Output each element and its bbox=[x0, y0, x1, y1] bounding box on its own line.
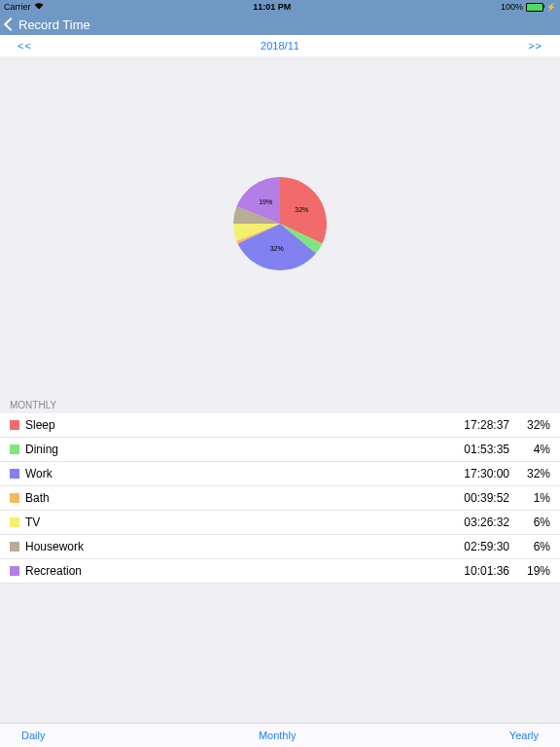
row-name: Recreation bbox=[25, 564, 451, 578]
row-pct: 32% bbox=[509, 418, 550, 432]
section-title: MONTHLY bbox=[10, 400, 56, 410]
pie-chart: 32%32%19% bbox=[227, 170, 333, 277]
list-item[interactable]: Dining01:53:354% bbox=[0, 438, 560, 462]
tab-monthly[interactable]: Monthly bbox=[259, 729, 297, 741]
row-pct: 4% bbox=[509, 443, 550, 456]
chevron-left-icon bbox=[4, 18, 18, 31]
row-time: 02:59:30 bbox=[451, 540, 509, 553]
row-name: Sleep bbox=[25, 418, 451, 432]
list-item[interactable]: Work17:30:0032% bbox=[0, 462, 560, 486]
row-pct: 1% bbox=[509, 491, 550, 505]
color-swatch bbox=[10, 517, 19, 527]
back-label: Record Time bbox=[18, 18, 90, 32]
date-title: 2018/11 bbox=[261, 40, 299, 52]
list-item[interactable]: Sleep17:28:3732% bbox=[0, 413, 560, 438]
row-name: Work bbox=[25, 467, 451, 480]
row-name: Dining bbox=[25, 443, 451, 456]
list-item[interactable]: Housework02:59:306% bbox=[0, 535, 560, 559]
status-bar: Carrier 11:01 PM 100% ⚡ bbox=[0, 0, 560, 14]
row-time: 17:28:37 bbox=[451, 418, 509, 432]
row-time: 00:39:52 bbox=[451, 491, 509, 505]
row-time: 03:26:32 bbox=[451, 516, 509, 529]
row-time: 10:01:36 bbox=[451, 564, 509, 578]
wifi-icon bbox=[34, 2, 44, 12]
row-name: TV bbox=[25, 516, 451, 529]
row-pct: 6% bbox=[509, 516, 550, 529]
battery-icon bbox=[526, 3, 543, 12]
date-nav: << 2018/11 >> bbox=[0, 35, 560, 56]
row-name: Bath bbox=[25, 491, 451, 505]
list-item[interactable]: Bath00:39:521% bbox=[0, 486, 560, 511]
color-swatch bbox=[10, 566, 19, 576]
charge-icon: ⚡ bbox=[546, 3, 556, 12]
slice-label: 32% bbox=[270, 245, 284, 252]
row-time: 17:30:00 bbox=[451, 467, 509, 480]
row-pct: 6% bbox=[509, 540, 550, 553]
row-pct: 19% bbox=[509, 564, 550, 578]
back-button[interactable]: Record Time bbox=[6, 18, 90, 32]
row-name: Housework bbox=[25, 540, 451, 553]
list-item[interactable]: TV03:26:326% bbox=[0, 511, 560, 535]
slice-label: 32% bbox=[295, 206, 308, 213]
color-swatch bbox=[10, 542, 19, 551]
color-swatch bbox=[10, 420, 19, 430]
battery-pct: 100% bbox=[501, 2, 523, 12]
clock-label: 11:01 PM bbox=[253, 2, 291, 12]
section-header: MONTHLY bbox=[0, 391, 560, 413]
empty-space bbox=[0, 584, 560, 723]
tab-bar: Daily Monthly Yearly bbox=[0, 723, 560, 747]
next-month-button[interactable]: >> bbox=[528, 40, 542, 52]
carrier-label: Carrier bbox=[4, 2, 31, 12]
color-swatch bbox=[10, 469, 19, 479]
slice-label: 19% bbox=[259, 198, 272, 205]
tab-yearly[interactable]: Yearly bbox=[509, 729, 539, 741]
list-item[interactable]: Recreation10:01:3619% bbox=[0, 559, 560, 584]
tab-daily[interactable]: Daily bbox=[21, 729, 45, 741]
color-swatch bbox=[10, 493, 19, 503]
activity-list: Sleep17:28:3732%Dining01:53:354%Work17:3… bbox=[0, 413, 560, 584]
nav-bar: Record Time bbox=[0, 14, 560, 35]
chart-area: 32%32%19% bbox=[0, 56, 560, 391]
color-swatch bbox=[10, 445, 19, 454]
prev-month-button[interactable]: << bbox=[18, 40, 32, 52]
row-pct: 32% bbox=[509, 467, 550, 480]
row-time: 01:53:35 bbox=[451, 443, 509, 456]
